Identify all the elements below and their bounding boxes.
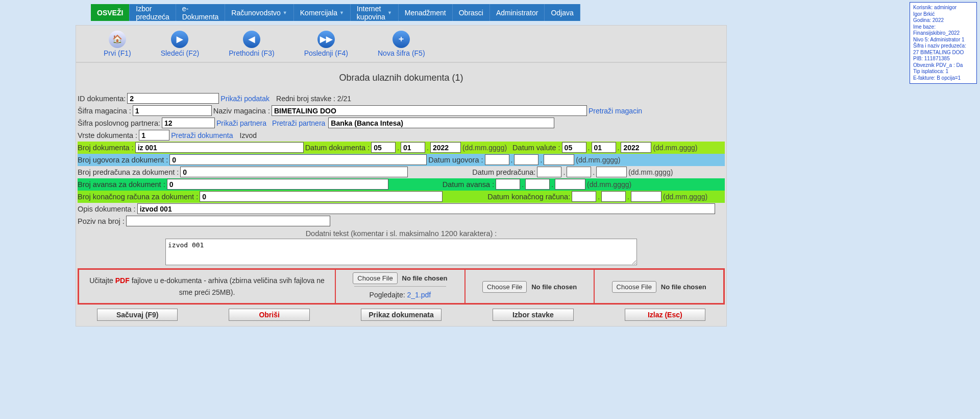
menu-menadzment[interactable]: Menadžment: [399, 4, 453, 21]
poziv-na-broj-input[interactable]: [126, 216, 330, 226]
ddmm-hint: (dd.mm.gggg): [663, 193, 707, 201]
izvod-label: Izvod: [240, 131, 257, 139]
pdf-red-text: PDF: [115, 276, 130, 285]
session-info-panel: Korisnik: adminigor Igor Brkić Godina: 2…: [910, 2, 977, 84]
file-status-3: No file chosen: [661, 283, 706, 291]
info-line: 27 BIMETALING DOO: [913, 50, 973, 56]
datum-ug-dd[interactable]: [485, 154, 509, 165]
prev-record-button[interactable]: ◀ Prethodni (F3): [229, 31, 274, 57]
datum-kon-gggg[interactable]: [631, 191, 662, 202]
ddmm-hint: (dd.mm.gggg): [653, 144, 697, 152]
choose-file-button-3[interactable]: Choose File: [612, 281, 656, 293]
file-status-2: No file chosen: [531, 283, 577, 291]
first-record-button[interactable]: 🏠 Prvi (F1): [104, 31, 131, 57]
id-dokumenta-input[interactable]: [127, 93, 219, 104]
dodatni-tekst-textarea[interactable]: izvod 001: [165, 239, 637, 265]
ddmm-hint: (dd.mm.gggg): [462, 144, 507, 152]
pretrazi-partnera-link[interactable]: Pretraži partnera: [272, 119, 325, 127]
info-line: PIB: 111871385: [913, 56, 973, 62]
datum-dokumenta-label: Datum dokumenta :: [305, 144, 370, 152]
datum-av-dd[interactable]: [496, 179, 520, 190]
info-line: Nivo 5: Administrator 1: [913, 37, 973, 43]
broj-ugovora-input[interactable]: [169, 154, 427, 165]
broj-konacnog-input[interactable]: [200, 191, 443, 202]
datum-val-dd[interactable]: [562, 142, 586, 153]
datum-dok-mm[interactable]: [401, 142, 425, 153]
menu-osvezi[interactable]: OSVEŽI: [91, 4, 130, 21]
datum-pred-mm[interactable]: [567, 167, 591, 177]
broj-dokumenta-label: Broj dokumenta :: [78, 144, 134, 152]
play-icon: ▶: [171, 31, 188, 48]
last-icon: ▶▶: [317, 31, 335, 48]
datum-val-gggg[interactable]: [621, 142, 651, 153]
delete-button[interactable]: Obriši: [229, 309, 309, 321]
datum-ug-mm[interactable]: [514, 154, 538, 165]
datum-av-gggg[interactable]: [555, 179, 585, 190]
last-record-button[interactable]: ▶▶ Poslednji (F4): [304, 31, 348, 57]
info-line: E-fakture: B opcija=1: [913, 75, 973, 82]
vrste-dokumenta-input[interactable]: [139, 130, 169, 141]
pogledajte-label: Pogledajte:: [370, 291, 407, 299]
datum-pred-dd[interactable]: [537, 167, 561, 177]
broj-dokumenta-input[interactable]: [135, 142, 304, 153]
datum-kon-dd[interactable]: [572, 191, 596, 202]
id-dokumenta-label: ID dokumenta:: [78, 95, 126, 103]
dodatni-tekst-label: Dodatni tekst (komentar i sl. maksimalno…: [78, 227, 725, 239]
prikazi-partnera-link[interactable]: Prikaži partnera: [216, 119, 266, 127]
document-form: Obrada ulaznih dokumenta (1) ID dokument…: [76, 62, 727, 327]
menu-odjava[interactable]: Odjava: [545, 4, 580, 21]
prikazi-podatak-link[interactable]: Prikaži podatak: [220, 95, 270, 103]
menu-komercijala[interactable]: Komercijala▼: [294, 4, 351, 21]
choose-file-button-2[interactable]: Choose File: [482, 281, 527, 293]
opis-dokumenta-label: Opis dokumenta :: [78, 205, 136, 213]
sifra-pp-label: Šifra poslovnog partnera:: [78, 119, 160, 127]
choose-file-button-1[interactable]: Choose File: [353, 272, 397, 284]
file-upload-2: Choose File No file chosen: [465, 269, 595, 304]
menu-e-dokumenta[interactable]: e-Dokumenta: [176, 4, 226, 21]
pretrazi-dokumenta-link[interactable]: Pretraži dokumenta: [171, 131, 233, 139]
datum-dok-gggg[interactable]: [430, 142, 461, 153]
toolbar-label: Prethodni (F3): [229, 49, 274, 57]
menu-obrasci[interactable]: Obrasci: [453, 4, 490, 21]
home-icon: 🏠: [109, 31, 126, 48]
file-upload-1: Choose File No file chosen Pogledajte: 2…: [335, 269, 465, 304]
menu-izbor-preduzeca[interactable]: Izbor preduzeća: [130, 4, 176, 21]
datum-pred-gggg[interactable]: [596, 167, 627, 177]
toolbar-label: Sledeći (F2): [161, 49, 199, 57]
datum-av-mm[interactable]: [525, 179, 550, 190]
datum-ug-gggg[interactable]: [544, 154, 574, 165]
datum-kon-mm[interactable]: [601, 191, 626, 202]
sifra-magacina-input[interactable]: [133, 105, 212, 116]
save-button[interactable]: Sačuvaj (F9): [97, 309, 178, 321]
pdf-link[interactable]: 2_1.pdf: [407, 291, 431, 299]
menu-internet-kupovina[interactable]: Internet kupovina▼: [351, 4, 399, 21]
datum-val-mm[interactable]: [592, 142, 616, 153]
partner-naziv-input[interactable]: [328, 118, 554, 128]
datum-dok-dd[interactable]: [371, 142, 396, 153]
redni-broj-label: Redni broj stavke : 2/21: [276, 95, 351, 103]
datum-predracuna-label: Datum predračuna:: [472, 168, 535, 176]
upload-instructions: Učitajte PDF fajlove u e-dokumenta - arh…: [79, 269, 335, 304]
exit-button[interactable]: Izlaz (Esc): [625, 309, 705, 321]
record-nav-toolbar: 🏠 Prvi (F1) ▶ Sledeći (F2) ◀ Prethodni (…: [76, 25, 727, 62]
datum-avansa-label: Datum avansa :: [443, 180, 495, 189]
naziv-magacina-input[interactable]: [272, 105, 587, 116]
prev-icon: ◀: [243, 31, 260, 48]
menu-administrator[interactable]: Administrator: [490, 4, 545, 21]
broj-avansa-input[interactable]: [167, 179, 388, 190]
info-line: Tip isplatioca: 1: [913, 68, 973, 75]
ddmm-hint: (dd.mm.gggg): [587, 180, 631, 189]
pretrazi-magacin-link[interactable]: Pretraži magacin: [589, 107, 642, 115]
broj-predracuna-input[interactable]: [180, 167, 408, 177]
menu-racunovodstvo[interactable]: Računovodstvo▼: [225, 4, 293, 21]
show-docs-button[interactable]: Prikaz dokumenata: [361, 309, 442, 321]
select-item-button[interactable]: Izbor stavke: [493, 309, 573, 321]
opis-dokumenta-input[interactable]: [137, 203, 715, 214]
sifra-pp-input[interactable]: [162, 118, 215, 128]
ddmm-hint: (dd.mm.gggg): [628, 168, 673, 176]
info-line: Godina: 2022: [913, 17, 973, 24]
broj-predracuna-label: Broj predračuna za dokument :: [78, 168, 179, 176]
next-record-button[interactable]: ▶ Sledeći (F2): [161, 31, 199, 57]
toolbar-label: Nova šifra (F5): [378, 49, 425, 57]
new-record-button[interactable]: ＋ Nova šifra (F5): [378, 31, 425, 57]
